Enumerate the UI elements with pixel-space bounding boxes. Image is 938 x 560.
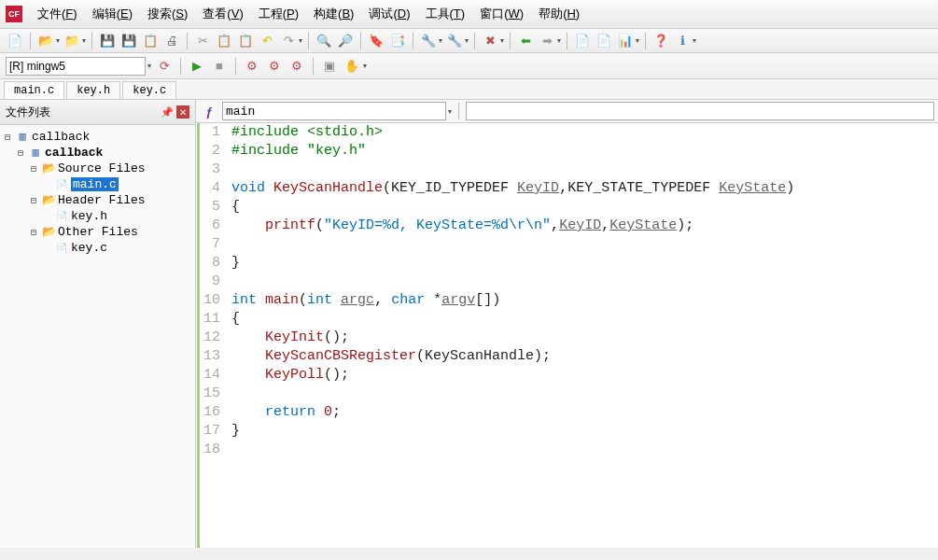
tree-node[interactable]: 📄key.h: [2, 208, 193, 224]
run-icon[interactable]: ▶: [188, 57, 206, 76]
redo-icon[interactable]: ↷: [279, 32, 298, 50]
excel-icon[interactable]: 📊: [616, 32, 635, 50]
help-icon[interactable]: ❓: [651, 32, 670, 50]
tree-node[interactable]: ⊟📂Header Files: [2, 192, 193, 208]
symbol-combo[interactable]: [222, 102, 446, 120]
file-tab-bar: main.ckey.hkey.c: [0, 79, 938, 100]
menu-t[interactable]: 工具(T): [418, 3, 473, 25]
menu-s[interactable]: 搜索(S): [140, 3, 195, 25]
save-as-icon[interactable]: 📋: [141, 32, 160, 50]
file-list-header: 文件列表 📌 ✕: [0, 100, 195, 125]
new-file-icon[interactable]: 📄: [6, 32, 24, 50]
menu-f[interactable]: 文件(F): [30, 3, 85, 25]
file-list-title: 文件列表: [6, 105, 158, 120]
menu-b[interactable]: 构建(B): [306, 3, 361, 25]
open-project-icon[interactable]: 📁: [63, 32, 81, 50]
tool-c-icon[interactable]: ✖: [481, 32, 499, 50]
build-all-icon[interactable]: ⚙: [287, 57, 306, 76]
project-tree[interactable]: ⊟▦callback⊟▦callback⊟📂Source Files📄main.…: [0, 125, 195, 548]
save-all-icon[interactable]: 💾: [119, 32, 138, 50]
menu-e[interactable]: 编辑(E): [85, 3, 140, 25]
file-tab[interactable]: key.h: [66, 81, 120, 99]
bookmark-icon[interactable]: 🔖: [367, 32, 385, 50]
find-in-files-icon[interactable]: 🔎: [336, 32, 355, 50]
file-tab[interactable]: key.c: [122, 81, 176, 99]
build-toolbar: ▾ ⟳ ▶ ■ ⚙ ⚙ ⚙ ▣ ✋▾: [0, 53, 938, 79]
sync-icon[interactable]: ⟳: [155, 57, 174, 76]
close-panel-icon[interactable]: ✕: [176, 105, 189, 119]
menu-p[interactable]: 工程(P): [251, 3, 306, 25]
rebuild-icon[interactable]: ⚙: [265, 57, 284, 76]
tree-node[interactable]: 📄main.c: [2, 176, 193, 192]
doc-b-icon[interactable]: 📄: [595, 32, 613, 50]
file-list-panel: 文件列表 📌 ✕ ⊟▦callback⊟▦callback⊟📂Source Fi…: [0, 100, 196, 548]
save-icon[interactable]: 💾: [98, 32, 117, 50]
goto-icon[interactable]: 📑: [388, 32, 407, 50]
menu-h[interactable]: 帮助(H): [531, 3, 587, 25]
tree-node[interactable]: ⊟▦callback: [2, 129, 193, 145]
print-icon[interactable]: 🖨: [162, 32, 181, 50]
doc-a-icon[interactable]: 📄: [573, 32, 592, 50]
copy-icon[interactable]: 📋: [215, 32, 233, 50]
find-icon[interactable]: 🔍: [315, 32, 333, 50]
tree-node[interactable]: ⊟📂Source Files: [2, 161, 193, 176]
menu-d[interactable]: 调试(D): [361, 3, 417, 25]
info-icon[interactable]: ℹ: [673, 32, 692, 50]
tool-a-icon[interactable]: 🔧: [419, 32, 438, 50]
undo-icon[interactable]: ↶: [258, 32, 276, 50]
header-search-input[interactable]: [466, 102, 934, 120]
tool-b-icon[interactable]: 🔧: [445, 32, 464, 50]
terminal-icon[interactable]: ▣: [320, 57, 339, 76]
back-icon[interactable]: ⬅: [516, 32, 535, 50]
menu-w[interactable]: 窗口(W): [472, 3, 531, 25]
paste-icon[interactable]: 📋: [236, 32, 255, 50]
cut-icon[interactable]: ✂: [193, 32, 212, 50]
main-toolbar: 📄 📂▾ 📁▾ 💾 💾 📋 🖨 ✂ 📋 📋 ↶ ↷▾ 🔍 🔎 🔖 📑 🔧▾ 🔧▾…: [0, 29, 938, 53]
tree-node[interactable]: 📄key.c: [2, 240, 193, 256]
symbol-nav-bar: ƒ ▾: [196, 100, 938, 123]
build-config-combo[interactable]: [6, 57, 146, 76]
hand-icon[interactable]: ✋: [343, 57, 361, 76]
app-logo-icon: CF: [6, 6, 22, 22]
stop-icon[interactable]: ■: [210, 57, 229, 76]
file-tab[interactable]: main.c: [4, 81, 64, 99]
menubar: CF 文件(F)编辑(E)搜索(S)查看(V)工程(P)构建(B)调试(D)工具…: [0, 0, 938, 29]
tree-node[interactable]: ⊟▦callback: [2, 145, 193, 161]
forward-icon[interactable]: ➡: [538, 32, 556, 50]
tree-node[interactable]: ⊟📂Other Files: [2, 224, 193, 240]
open-icon[interactable]: 📂: [36, 32, 55, 50]
build-icon[interactable]: ⚙: [243, 57, 261, 76]
symbol-icon: ƒ: [200, 102, 218, 120]
menu-v[interactable]: 查看(V): [195, 3, 250, 25]
pin-icon[interactable]: 📌: [158, 103, 176, 121]
code-editor[interactable]: 123456789101112131415161718 #include <st…: [197, 123, 938, 548]
